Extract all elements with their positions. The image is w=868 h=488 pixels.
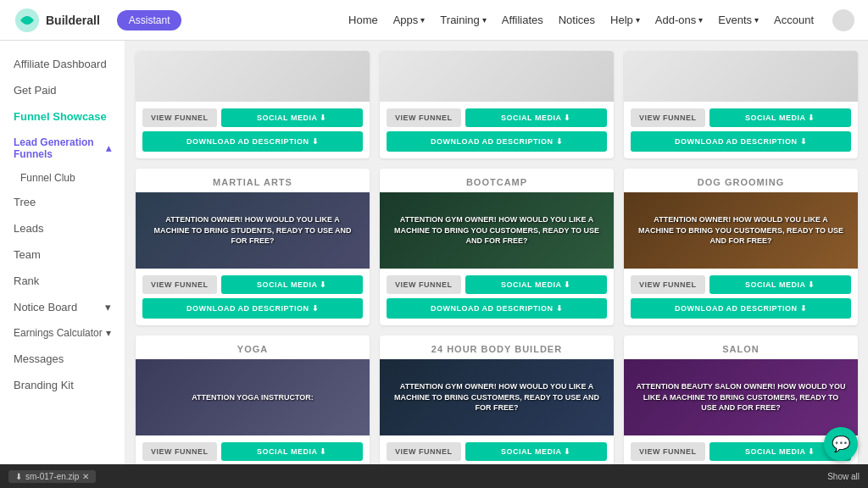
social-media-button-24-hour-body-builder[interactable]: SOCIAL MEDIA ⬇ [465,442,607,461]
nav-apps[interactable]: Apps ▾ [393,14,426,26]
download-ad-button-dog-grooming[interactable]: DOWNLOAD AD DESCRIPTION ⬇ [631,298,851,319]
download-ad-button-top2[interactable]: DOWNLOAD AD DESCRIPTION ⬇ [387,131,607,152]
social-media-button-dog-grooming[interactable]: SOCIAL MEDIA ⬇ [709,275,851,294]
card-btn-row-bootcamp: VIEW FUNNEL SOCIAL MEDIA ⬇ [387,275,607,294]
social-media-button-martial-arts[interactable]: SOCIAL MEDIA ⬇ [221,275,363,294]
card-btn-row-24-hour-body-builder: VIEW FUNNEL SOCIAL MEDIA ⬇ [387,442,607,461]
card-image-yoga: ATTENTION YOGA INSTRUCTOR: [136,359,370,435]
sidebar-item-rank[interactable]: Rank [0,268,125,294]
nav-affiliates[interactable]: Affiliates [502,14,543,26]
funnel-card-top3: VIEW FUNNEL SOCIAL MEDIA ⬇ DOWNLOAD AD D… [624,51,858,158]
view-funnel-button-yoga[interactable]: VIEW FUNNEL [142,442,217,461]
main-layout: Affiliate Dashboard Get Paid Funnel Show… [0,41,868,488]
show-all-button[interactable]: Show all [827,472,860,481]
card-overlay-text-salon: ATTENTION BEAUTY SALON OWNER! HOW WOULD … [636,381,846,413]
sidebar-item-affiliate-dashboard[interactable]: Affiliate Dashboard [0,51,125,77]
card-overlay-text-bootcamp: ATTENTION GYM OWNER! HOW WOULD YOU LIKE … [392,214,602,247]
nav-links: Home Apps ▾ Training ▾ Affiliates Notice… [348,9,854,31]
training-chevron-icon: ▾ [482,15,487,25]
nav-notices[interactable]: Notices [559,14,595,26]
view-funnel-button-top2[interactable]: VIEW FUNNEL [387,108,461,127]
view-funnel-button-top3[interactable]: VIEW FUNNEL [631,108,705,127]
funnel-card-top1: VIEW FUNNEL SOCIAL MEDIA ⬇ DOWNLOAD AD D… [136,51,370,158]
sidebar-item-leads[interactable]: Leads [0,215,125,241]
chat-icon: 💬 [832,435,850,453]
card-buttons-bootcamp: VIEW FUNNEL SOCIAL MEDIA ⬇ DOWNLOAD AD D… [380,269,614,325]
social-media-button-yoga[interactable]: SOCIAL MEDIA ⬇ [221,442,363,461]
social-media-button-top3[interactable]: SOCIAL MEDIA ⬇ [709,108,851,127]
sidebar: Affiliate Dashboard Get Paid Funnel Show… [0,41,125,488]
lead-generation-chevron-icon: ▴ [106,142,111,154]
avatar [832,9,854,31]
card-image-top2 [380,51,614,102]
view-funnel-button-dog-grooming[interactable]: VIEW FUNNEL [631,275,705,294]
funnel-grid: VIEW FUNNEL SOCIAL MEDIA ⬇ DOWNLOAD AD D… [136,51,858,488]
bottom-bar-left: ⬇ sm-017-en.zip ✕ [8,470,96,483]
card-title-salon: SALON [624,336,858,359]
sidebar-item-team[interactable]: Team [0,241,125,268]
download-ad-button-martial-arts[interactable]: DOWNLOAD AD DESCRIPTION ⬇ [142,298,363,319]
logo-text: Builderall [46,14,100,27]
sidebar-item-notice-board[interactable]: Notice Board ▾ [0,294,125,320]
nav-training[interactable]: Training ▾ [440,14,486,26]
notice-board-chevron-icon: ▾ [105,301,111,313]
download-icon: ⬇ [15,472,22,481]
events-chevron-icon: ▾ [754,15,759,25]
card-image-martial-arts: ATTENTION OWNER! HOW WOULD YOU LIKE A MA… [136,192,370,269]
nav-events[interactable]: Events ▾ [718,14,759,26]
nav-account[interactable]: Account [774,14,814,26]
sidebar-item-funnel-club[interactable]: Funnel Club [0,167,125,189]
card-overlay-text-yoga: ATTENTION YOGA INSTRUCTOR: [147,392,358,403]
card-buttons-top1: VIEW FUNNEL SOCIAL MEDIA ⬇ DOWNLOAD AD D… [136,102,370,158]
addons-chevron-icon: ▾ [698,15,703,25]
social-media-button-top2[interactable]: SOCIAL MEDIA ⬇ [465,108,607,127]
card-image-salon: ATTENTION BEAUTY SALON OWNER! HOW WOULD … [624,359,858,435]
bottom-bar: ⬇ sm-017-en.zip ✕ Show all [0,464,868,488]
close-download-icon[interactable]: ✕ [82,472,89,481]
card-overlay-text-martial-arts: ATTENTION OWNER! HOW WOULD YOU LIKE A MA… [147,214,358,247]
earnings-chevron-icon: ▾ [106,327,111,339]
funnel-card-dog-grooming: DOG GROOMING ATTENTION OWNER! HOW WOULD … [624,169,858,325]
assistant-button[interactable]: Assistant [117,10,182,30]
card-buttons-dog-grooming: VIEW FUNNEL SOCIAL MEDIA ⬇ DOWNLOAD AD D… [624,269,858,325]
view-funnel-button-24-hour-body-builder[interactable]: VIEW FUNNEL [387,442,461,461]
sidebar-item-funnel-showcase[interactable]: Funnel Showcase [0,103,125,130]
sidebar-item-tree[interactable]: Tree [0,189,125,215]
content-area: VIEW FUNNEL SOCIAL MEDIA ⬇ DOWNLOAD AD D… [125,41,868,488]
card-image-top3 [624,51,858,102]
card-overlay-text-24-hour-body-builder: ATTENTION GYM OWNER! HOW WOULD YOU LIKE … [392,381,602,413]
sidebar-item-branding-kit[interactable]: Branding Kit [0,372,125,398]
card-image-bootcamp: ATTENTION GYM OWNER! HOW WOULD YOU LIKE … [380,192,614,269]
card-buttons-top2: VIEW FUNNEL SOCIAL MEDIA ⬇ DOWNLOAD AD D… [380,102,614,158]
card-image-24-hour-body-builder: ATTENTION GYM OWNER! HOW WOULD YOU LIKE … [380,359,614,435]
view-funnel-button-bootcamp[interactable]: VIEW FUNNEL [387,275,461,294]
chat-button[interactable]: 💬 [824,427,858,461]
card-title-dog-grooming: DOG GROOMING [624,169,858,192]
view-funnel-button-martial-arts[interactable]: VIEW FUNNEL [142,275,217,294]
social-media-button-top1[interactable]: SOCIAL MEDIA ⬇ [221,108,363,127]
download-ad-button-bootcamp[interactable]: DOWNLOAD AD DESCRIPTION ⬇ [387,298,607,319]
download-ad-button-top1[interactable]: DOWNLOAD AD DESCRIPTION ⬇ [142,131,363,152]
apps-chevron-icon: ▾ [420,15,425,25]
help-chevron-icon: ▾ [636,15,640,25]
view-funnel-button-salon[interactable]: VIEW FUNNEL [631,442,705,461]
nav-help[interactable]: Help ▾ [610,14,640,26]
sidebar-item-earnings-calculator[interactable]: Earnings Calculator ▾ [0,320,125,346]
logo-area: Builderall [14,7,100,34]
download-filename: sm-017-en.zip [25,472,79,481]
card-btn-row-top1: VIEW FUNNEL SOCIAL MEDIA ⬇ [142,108,363,127]
card-title-bootcamp: BOOTCAMP [380,169,614,192]
card-image-dog-grooming: ATTENTION OWNER! HOW WOULD YOU LIKE A MA… [624,192,858,269]
nav-home[interactable]: Home [348,14,378,26]
sidebar-item-get-paid[interactable]: Get Paid [0,77,125,103]
view-funnel-button-top1[interactable]: VIEW FUNNEL [142,108,217,127]
builderall-logo-icon [14,7,41,34]
card-buttons-top3: VIEW FUNNEL SOCIAL MEDIA ⬇ DOWNLOAD AD D… [624,102,858,158]
sidebar-item-messages[interactable]: Messages [0,346,125,372]
nav-addons[interactable]: Add-ons ▾ [655,14,703,26]
card-title-martial-arts: MARTIAL ARTS [136,169,370,192]
card-buttons-martial-arts: VIEW FUNNEL SOCIAL MEDIA ⬇ DOWNLOAD AD D… [136,269,370,325]
download-ad-button-top3[interactable]: DOWNLOAD AD DESCRIPTION ⬇ [631,131,851,152]
sidebar-item-lead-generation[interactable]: Lead Generation Funnels ▴ [0,130,125,167]
social-media-button-bootcamp[interactable]: SOCIAL MEDIA ⬇ [465,275,607,294]
